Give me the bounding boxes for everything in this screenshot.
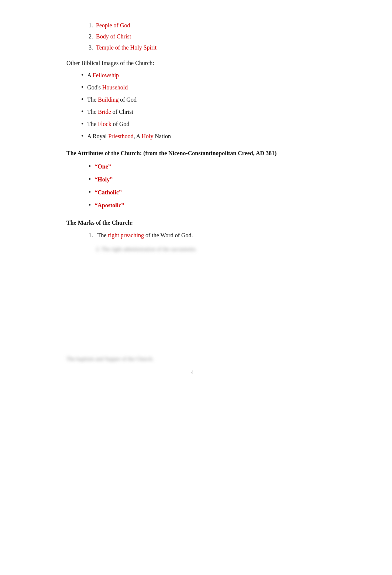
bullet-bride: • The Bride of Christ bbox=[81, 108, 318, 115]
other-biblical-label: Other Biblical Images of the Church: bbox=[66, 60, 318, 67]
attr-catholic: • “Catholic” bbox=[89, 188, 318, 196]
attr-dot-2: • bbox=[89, 176, 91, 183]
bullet-flock: • The Flock of God bbox=[81, 120, 318, 127]
attr-one: • “One” bbox=[89, 163, 318, 170]
marks-heading: The Marks of the Church: bbox=[66, 220, 318, 226]
marks-num-1: 1. bbox=[89, 232, 93, 239]
bullet-fellowship: • A Fellowship bbox=[81, 72, 318, 79]
building-link[interactable]: Building bbox=[98, 96, 118, 103]
list-num-2: 2. bbox=[89, 33, 93, 40]
attr-holy-link[interactable]: “Holy” bbox=[94, 176, 113, 183]
bullet-dot-3: • bbox=[81, 96, 83, 103]
bride-link[interactable]: Bride bbox=[98, 109, 111, 115]
bullet-dot-4: • bbox=[81, 108, 83, 115]
priesthood-link[interactable]: Priesthood bbox=[108, 133, 133, 139]
bullet-household: • God's Household bbox=[81, 84, 318, 91]
bullet-dot-1: • bbox=[81, 72, 83, 78]
holy-link[interactable]: Holy bbox=[141, 133, 153, 139]
list-item-3: 3.Temple of the Holy Spirit bbox=[89, 44, 318, 51]
list-num-1: 1. bbox=[89, 22, 93, 28]
people-of-god-link[interactable]: People of God bbox=[96, 22, 130, 28]
bullet-building: • The Building of God bbox=[81, 96, 318, 103]
blurred-marks-item-2: 2. The right administration of the sacra… bbox=[96, 246, 318, 252]
attr-catholic-link[interactable]: “Catholic” bbox=[94, 189, 122, 196]
attr-dot-4: • bbox=[89, 201, 91, 209]
bullet-text-5: The Flock of God bbox=[87, 121, 129, 127]
body-of-christ-link[interactable]: Body of Christ bbox=[96, 33, 131, 40]
bullet-dot-6: • bbox=[81, 133, 83, 139]
bullet-text-6: A Royal Priesthood, A Holy Nation bbox=[87, 133, 171, 140]
list-num-3: 3. bbox=[89, 44, 93, 51]
bullet-text-2: God's Household bbox=[87, 84, 128, 91]
temple-of-holy-spirit-link[interactable]: Temple of the Holy Spirit bbox=[96, 44, 157, 51]
fellowship-link[interactable]: Fellowship bbox=[93, 72, 119, 78]
attr-one-link[interactable]: “One” bbox=[94, 163, 111, 170]
attr-apostolic: • “Apostolic” bbox=[89, 201, 318, 209]
bullet-text-1: A Fellowship bbox=[87, 72, 119, 79]
marks-list: 1. The right preaching of the Word of Go… bbox=[89, 232, 318, 239]
attr-dot-1: • bbox=[89, 163, 91, 170]
right-preaching-link[interactable]: right preaching bbox=[108, 232, 144, 238]
bullet-text-3: The Building of God bbox=[87, 96, 137, 103]
blurred-bottom-text: The baptism and Supper of the Church. bbox=[66, 356, 318, 362]
bullet-priesthood: • A Royal Priesthood, A Holy Nation bbox=[81, 133, 318, 140]
list-item-1: 1.People of God bbox=[89, 22, 318, 29]
attr-apostolic-link[interactable]: “Apostolic” bbox=[94, 202, 124, 209]
numbered-list: 1.People of God 2.Body of Christ 3.Templ… bbox=[89, 22, 318, 51]
page-container: 1.People of God 2.Body of Christ 3.Templ… bbox=[0, 0, 392, 575]
bullet-list: • A Fellowship • God's Household • The B… bbox=[81, 72, 318, 140]
household-link[interactable]: Household bbox=[102, 84, 128, 91]
bullet-text-4: The Bride of Christ bbox=[87, 109, 133, 115]
flock-link[interactable]: Flock bbox=[98, 121, 111, 127]
attributes-heading: The Attributes of the Church: (from the … bbox=[66, 150, 318, 157]
attributes-list: • “One” • “Holy” • “Catholic” • “Apostol… bbox=[89, 163, 318, 209]
attr-dot-3: • bbox=[89, 188, 91, 196]
attr-holy: • “Holy” bbox=[89, 176, 318, 183]
list-item-2: 2.Body of Christ bbox=[89, 33, 318, 40]
marks-item-1: 1. The right preaching of the Word of Go… bbox=[89, 232, 318, 239]
page-number: 4 bbox=[66, 370, 318, 375]
bullet-dot-5: • bbox=[81, 120, 83, 127]
bullet-dot-2: • bbox=[81, 84, 83, 91]
marks-text-1: The right preaching of the Word of God. bbox=[96, 232, 193, 239]
